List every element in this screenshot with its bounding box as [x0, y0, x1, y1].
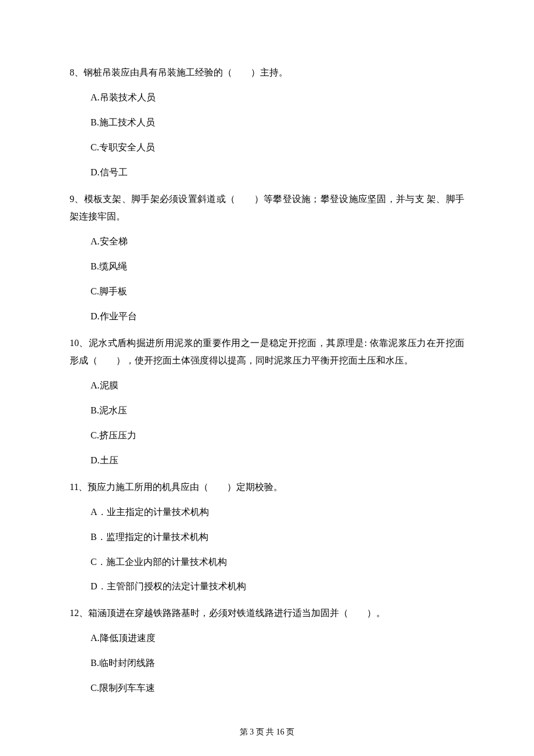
option-a: A.吊装技术人员 — [91, 89, 464, 106]
options-list: A.安全梯 B.缆风绳 C.脚手板 D.作业平台 — [70, 233, 464, 325]
options-list: A.吊装技术人员 B.施工技术人员 C.专职安全人员 D.信号工 — [70, 89, 464, 181]
option-a: A.降低顶进速度 — [91, 630, 464, 647]
question-12: 12、箱涵顶进在穿越铁路路基时，必须对铁道线路进行适当加固并（ ）。 A.降低顶… — [70, 604, 464, 697]
option-c: C.脚手板 — [91, 283, 464, 300]
option-b: B．监理指定的计量技术机构 — [91, 529, 464, 546]
option-a: A.泥膜 — [91, 377, 464, 394]
page-footer: 第 3 页 共 16 页 — [0, 726, 534, 739]
option-b: B.施工技术人员 — [91, 114, 464, 131]
document-content: 8、钢桩吊装应由具有吊装施工经验的（ ）主持。 A.吊装技术人员 B.施工技术人… — [70, 64, 464, 697]
option-c: C．施工企业内部的计量技术机构 — [91, 554, 464, 571]
option-c: C.专职安全人员 — [91, 139, 464, 156]
question-10: 10、泥水式盾构掘进所用泥浆的重要作用之一是稳定开挖面，其原理是: 依靠泥浆压力… — [70, 334, 464, 469]
question-text: 9、模板支架、脚手架必须设置斜道或（ ）等攀登设施；攀登设施应坚固，并与支 架、… — [70, 190, 464, 226]
options-list: A.泥膜 B.泥水压 C.挤压压力 D.土压 — [70, 377, 464, 469]
options-list: A.降低顶进速度 B.临时封闭线路 C.限制列车车速 — [70, 630, 464, 696]
option-a: A．业主指定的计量技术机构 — [91, 504, 464, 521]
question-text: 8、钢桩吊装应由具有吊装施工经验的（ ）主持。 — [70, 64, 464, 81]
question-text: 10、泥水式盾构掘进所用泥浆的重要作用之一是稳定开挖面，其原理是: 依靠泥浆压力… — [70, 334, 464, 370]
option-d: D.作业平台 — [91, 308, 464, 325]
question-8: 8、钢桩吊装应由具有吊装施工经验的（ ）主持。 A.吊装技术人员 B.施工技术人… — [70, 64, 464, 181]
question-9: 9、模板支架、脚手架必须设置斜道或（ ）等攀登设施；攀登设施应坚固，并与支 架、… — [70, 190, 464, 325]
option-c: C.挤压压力 — [91, 427, 464, 444]
question-text: 11、预应力施工所用的机具应由（ ）定期校验。 — [70, 478, 464, 496]
option-d: D.土压 — [91, 452, 464, 469]
option-c: C.限制列车车速 — [91, 680, 464, 697]
option-a: A.安全梯 — [91, 233, 464, 250]
options-list: A．业主指定的计量技术机构 B．监理指定的计量技术机构 C．施工企业内部的计量技… — [70, 504, 464, 595]
option-b: B.缆风绳 — [91, 258, 464, 275]
option-b: B.临时封闭线路 — [91, 655, 464, 672]
option-d: D．主管部门授权的法定计量技术机构 — [91, 578, 464, 595]
option-b: B.泥水压 — [91, 402, 464, 419]
question-11: 11、预应力施工所用的机具应由（ ）定期校验。 A．业主指定的计量技术机构 B．… — [70, 478, 464, 596]
option-d: D.信号工 — [91, 164, 464, 181]
question-text: 12、箱涵顶进在穿越铁路路基时，必须对铁道线路进行适当加固并（ ）。 — [70, 604, 464, 622]
